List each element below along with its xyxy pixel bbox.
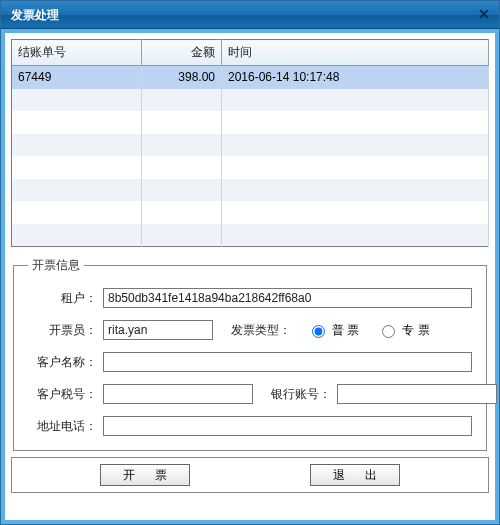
invoice-window: 发票处理 ✕ 结账单号 金额 时间 67449398.002016-06-14 … (0, 0, 500, 525)
cell-bill-no (12, 201, 142, 224)
cashier-label: 开票员： (28, 322, 103, 339)
invoice-type-label: 发票类型： (213, 322, 297, 339)
invoice-type-radio-normal[interactable] (312, 325, 325, 338)
exit-button[interactable]: 退 出 (310, 464, 400, 486)
content-area: 结账单号 金额 时间 67449398.002016-06-14 10:17:4… (5, 33, 495, 499)
col-amount[interactable]: 金额 (142, 40, 222, 66)
cell-bill-no (12, 224, 142, 247)
table-row[interactable] (12, 89, 489, 112)
cell-bill-no (12, 179, 142, 202)
cell-amount (142, 89, 222, 112)
bank-acct-label: 银行账号： (253, 386, 337, 403)
table-row[interactable] (12, 134, 489, 157)
cell-bill-no (12, 89, 142, 112)
cell-amount (142, 156, 222, 179)
table-row[interactable] (12, 179, 489, 202)
cell-time (222, 111, 489, 134)
invoice-info-legend: 开票信息 (28, 257, 84, 274)
bank-acct-field[interactable] (337, 384, 497, 404)
cell-time: 2016-06-14 10:17:48 (222, 66, 489, 89)
customer-name-field[interactable] (103, 352, 472, 372)
addr-phone-field[interactable] (103, 416, 472, 436)
cell-bill-no (12, 156, 142, 179)
invoice-type-group: 普 票专 票 (297, 322, 430, 339)
cell-time (222, 156, 489, 179)
table-header-row: 结账单号 金额 时间 (12, 40, 489, 66)
cell-amount (142, 111, 222, 134)
cell-time (222, 89, 489, 112)
window-title: 发票处理 (11, 8, 59, 22)
cell-amount: 398.00 (142, 66, 222, 89)
table-row[interactable] (12, 111, 489, 134)
issue-button[interactable]: 开 票 (100, 464, 190, 486)
table-row[interactable] (12, 156, 489, 179)
cell-time (222, 201, 489, 224)
button-bar: 开 票 退 出 (11, 457, 489, 493)
invoice-type-radio-label: 专 票 (402, 322, 429, 339)
cell-bill-no (12, 134, 142, 157)
invoice-type-radio-special[interactable] (382, 325, 395, 338)
cell-amount (142, 179, 222, 202)
cashier-field[interactable] (103, 320, 213, 340)
customer-name-label: 客户名称： (28, 354, 103, 371)
customer-tax-field[interactable] (103, 384, 253, 404)
cell-amount (142, 224, 222, 247)
cell-amount (142, 201, 222, 224)
cell-time (222, 224, 489, 247)
customer-tax-label: 客户税号： (28, 386, 103, 403)
table-row[interactable] (12, 224, 489, 247)
cell-time (222, 179, 489, 202)
invoice-type-option-special[interactable]: 专 票 (377, 322, 429, 339)
cell-amount (142, 134, 222, 157)
cell-time (222, 134, 489, 157)
tenant-field[interactable] (103, 288, 472, 308)
titlebar[interactable]: 发票处理 ✕ (1, 1, 499, 29)
col-time[interactable]: 时间 (222, 40, 489, 66)
cell-bill-no: 67449 (12, 66, 142, 89)
bill-table[interactable]: 结账单号 金额 时间 67449398.002016-06-14 10:17:4… (11, 39, 489, 247)
table-row[interactable] (12, 201, 489, 224)
invoice-info-fieldset: 开票信息 租户： 开票员： 发票类型： 普 票专 票 客户名称： 客户税号： (13, 257, 487, 451)
tenant-label: 租户： (28, 290, 103, 307)
invoice-type-radio-label: 普 票 (332, 322, 359, 339)
addr-phone-label: 地址电话： (28, 418, 103, 435)
table-row[interactable]: 67449398.002016-06-14 10:17:48 (12, 66, 489, 89)
cell-bill-no (12, 111, 142, 134)
window-frame: 结账单号 金额 时间 67449398.002016-06-14 10:17:4… (1, 29, 499, 524)
close-icon[interactable]: ✕ (475, 5, 493, 23)
col-bill-no[interactable]: 结账单号 (12, 40, 142, 66)
invoice-type-option-normal[interactable]: 普 票 (307, 322, 359, 339)
